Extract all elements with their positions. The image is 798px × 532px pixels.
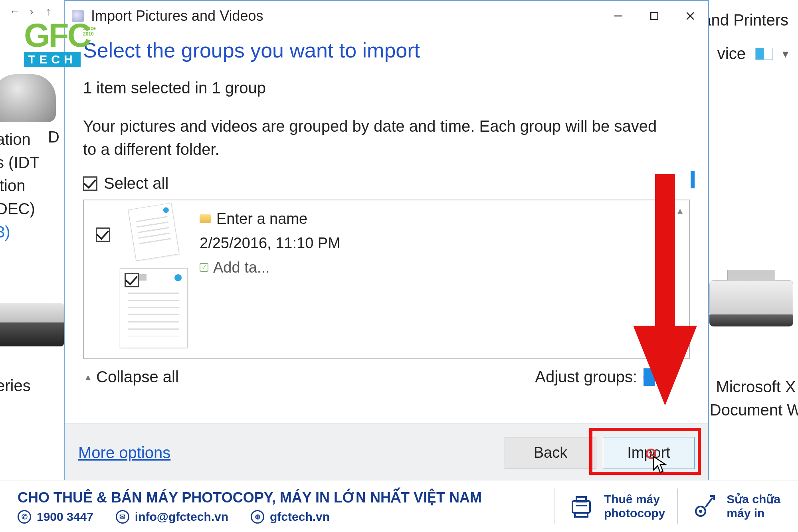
breadcrumb-vice: vice bbox=[717, 45, 746, 63]
window-maximize-button[interactable] bbox=[636, 1, 672, 31]
banner-title: CHO THUÊ & BÁN MÁY PHOTOCOPY, MÁY IN LỚN… bbox=[18, 489, 543, 506]
label-l3: ition bbox=[0, 174, 40, 197]
label-l5: 3) bbox=[0, 220, 40, 243]
svg-rect-4 bbox=[572, 501, 590, 513]
banner-email[interactable]: ✉ info@gfctech.vn bbox=[116, 510, 228, 524]
email-icon: ✉ bbox=[116, 510, 129, 524]
groups-list: Enter a name 2/25/2016, 11:10 PM ✓ Add t… bbox=[83, 200, 690, 359]
group-add-tag[interactable]: Add ta... bbox=[213, 255, 270, 280]
device-printer-label: Microsoft X Document W bbox=[710, 375, 798, 421]
adjust-groups-label: Adjust groups: bbox=[535, 368, 637, 386]
banner-phone-label: 1900 3447 bbox=[37, 510, 93, 524]
banner-col2-l1: Sửa chữa bbox=[727, 492, 780, 506]
adjust-groups-slider[interactable] bbox=[644, 368, 658, 386]
group-name-input[interactable]: Enter a name bbox=[216, 207, 307, 231]
group-thumbnails bbox=[89, 204, 188, 279]
group-row[interactable]: Enter a name 2/25/2016, 11:10 PM ✓ Add t… bbox=[89, 204, 684, 279]
banner-separator-2 bbox=[677, 488, 678, 524]
dialog-titlebar: Import Pictures and Videos bbox=[65, 1, 708, 31]
printer-label-l2: Document W bbox=[710, 398, 798, 421]
device-printer-icon bbox=[709, 270, 793, 338]
nav-back-icon[interactable]: ← bbox=[8, 5, 22, 18]
thumbnail-1[interactable] bbox=[128, 203, 180, 261]
svg-rect-1 bbox=[651, 12, 658, 20]
banner-phone[interactable]: ✆ 1900 3447 bbox=[18, 510, 93, 524]
dialog-title: Import Pictures and Videos bbox=[91, 8, 263, 24]
import-dialog: Import Pictures and Videos Select the gr… bbox=[64, 0, 709, 483]
collapse-all-label: Collapse all bbox=[96, 368, 179, 386]
thumbnail-checkbox[interactable] bbox=[125, 273, 139, 287]
mouse-cursor-icon bbox=[652, 455, 668, 474]
explorer-toolbar-right: vice ▾ bbox=[717, 45, 788, 63]
photocopy-icon bbox=[567, 492, 595, 520]
folder-icon bbox=[200, 214, 211, 223]
back-button[interactable]: Back bbox=[505, 437, 596, 469]
svg-rect-5 bbox=[576, 497, 586, 502]
dialog-content: Select the groups you want to import 1 i… bbox=[65, 31, 708, 386]
device-label-left: D ation s (IDT ition DEC) 3) bbox=[0, 128, 40, 243]
selection-count: 1 item selected in 1 group bbox=[83, 79, 690, 97]
group-collapse-icon[interactable] bbox=[677, 204, 683, 217]
svg-point-9 bbox=[699, 510, 702, 513]
select-all-checkbox[interactable] bbox=[83, 176, 97, 191]
phone-icon: ✆ bbox=[18, 510, 31, 524]
svg-rect-6 bbox=[575, 513, 588, 517]
window-minimize-button[interactable] bbox=[600, 1, 636, 31]
banner-col1-l1: Thuê máy bbox=[604, 492, 665, 506]
view-mode-icon[interactable] bbox=[755, 48, 773, 60]
label-l2: s (IDT bbox=[0, 151, 40, 174]
banner-col1-l2: photocopy bbox=[604, 506, 665, 520]
group-datetime: 2/25/2016, 11:10 PM bbox=[200, 231, 341, 255]
banner-separator bbox=[554, 488, 555, 524]
window-close-button[interactable] bbox=[672, 1, 708, 31]
adjust-groups-control[interactable]: Adjust groups: bbox=[535, 368, 687, 386]
dialog-footer: More options Back Import bbox=[65, 423, 708, 482]
banner-email-label: info@gfctech.vn bbox=[135, 510, 228, 524]
groups-controls: ▴ Collapse all Adjust groups: bbox=[83, 359, 690, 386]
banner-web[interactable]: ⊕ gfctech.vn bbox=[251, 510, 330, 524]
ad-banner: CHO THUÊ & BÁN MÁY PHOTOCOPY, MÁY IN LỚN… bbox=[0, 480, 798, 532]
view-dropdown-icon[interactable]: ▾ bbox=[782, 47, 788, 61]
banner-web-label: gfctech.vn bbox=[270, 510, 330, 524]
select-all-label: Select all bbox=[104, 174, 168, 192]
collapse-caret-icon: ▴ bbox=[85, 371, 91, 383]
banner-col-repair[interactable]: Sửa chữa máy in bbox=[690, 492, 780, 520]
select-all-row[interactable]: Select all bbox=[83, 174, 690, 192]
device-scanner-icon bbox=[0, 74, 56, 122]
group-meta: Enter a name 2/25/2016, 11:10 PM ✓ Add t… bbox=[200, 204, 341, 279]
watermark-logo: GFC Since 2010 TECH bbox=[24, 18, 104, 66]
printer-label-l1: Microsoft X bbox=[710, 375, 798, 398]
scroll-indicator bbox=[691, 171, 695, 188]
label-d: D bbox=[48, 125, 59, 148]
label-l1: ation bbox=[0, 128, 40, 151]
label-l4: DEC) bbox=[0, 197, 40, 220]
device-flatbed-icon bbox=[0, 303, 64, 351]
group-checkbox[interactable] bbox=[96, 227, 110, 242]
banner-col-photocopy[interactable]: Thuê máy photocopy bbox=[567, 492, 665, 520]
globe-icon: ⊕ bbox=[251, 510, 264, 524]
dialog-heading: Select the groups you want to import bbox=[83, 38, 690, 62]
more-options-link[interactable]: More options bbox=[78, 444, 170, 462]
description-text: Your pictures and videos are grouped by … bbox=[83, 115, 674, 161]
label-eries: eries bbox=[0, 377, 31, 395]
repair-icon bbox=[690, 492, 718, 520]
banner-col2-l2: máy in bbox=[727, 506, 780, 520]
tag-icon: ✓ bbox=[200, 263, 208, 272]
collapse-all-link[interactable]: ▴ Collapse all bbox=[85, 368, 179, 386]
